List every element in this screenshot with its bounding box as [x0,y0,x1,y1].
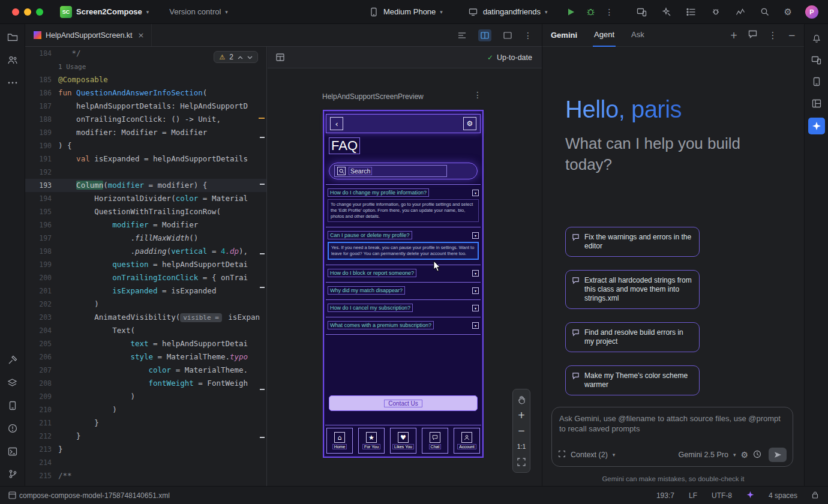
code-line[interactable]: 200 onTrailingIconClick = { onTrai [25,271,266,284]
code-line[interactable]: 209 ) [25,390,266,403]
panel-options-icon[interactable]: ⋮ [768,30,777,41]
line-number[interactable]: 213 [25,443,52,456]
expand-icon[interactable]: ▾ [472,322,479,329]
run-button[interactable] [566,7,577,17]
inspections-widget[interactable]: ⚠ 2 [214,51,258,63]
suggestion-card[interactable]: Make my Theme's color scheme warmer [565,365,700,395]
tab-ask[interactable]: Ask [630,24,646,47]
code-line[interactable]: 190) { [25,139,266,152]
editor-tab[interactable]: HelpAndSupportScreen.kt × [25,24,152,46]
maximize-window-button[interactable] [36,8,43,16]
code-line[interactable]: 189 modifier: Modifier = Modifier [25,126,266,139]
phone-preview-surface[interactable]: ‹ ⚙ FAQ Search How do I change my profil… [323,110,484,458]
code-line[interactable]: 211 } [25,416,266,430]
zoom-to-fit-icon[interactable] [513,454,530,470]
expand-icon[interactable]: ▾ [472,287,479,294]
vcs-selector[interactable]: Version control ▾ [169,7,228,16]
code-line[interactable]: 214 [25,456,266,469]
previous-issue-icon[interactable] [238,53,243,61]
line-number[interactable]: 198 [25,245,52,258]
next-issue-icon[interactable] [247,53,253,61]
code-line[interactable]: 196 modifier = Modifier [25,218,266,232]
code-line[interactable]: 205 text = helpAndSupportDetai [25,337,266,350]
close-tab-icon[interactable]: × [138,31,145,40]
line-number[interactable]: 195 [25,205,52,218]
code-line[interactable]: 186fun QuestionAndAnswerInfoSection( [25,86,266,100]
nav-item-account[interactable]: Account [454,428,480,454]
caret-position[interactable]: 193:7 [656,491,674,500]
todo-list-icon[interactable] [686,7,697,17]
faq-search-bar[interactable]: Search [329,163,478,179]
line-number[interactable]: 203 [25,311,52,324]
code-line[interactable]: 195 QuestionWithTrailingIconRow( [25,205,266,218]
device-manager-icon[interactable] [809,74,824,89]
people-collab-icon[interactable] [5,53,20,67]
pan-hand-icon[interactable] [513,392,530,407]
suggestion-card[interactable]: Fix the warnings and errors in the edito… [565,227,700,257]
faq-item[interactable]: What comes with a premium subscription?▾ [326,317,481,335]
gemini-rail-icon[interactable] [808,118,825,134]
code-line[interactable]: 197 .fillMaxWidth() [25,232,266,245]
split-view-button[interactable] [478,29,491,41]
code-line[interactable]: 203 AnimatedVisibility(visible = isExpan [25,311,266,324]
preview-menu-icon[interactable]: ⋮ [473,90,482,100]
expand-icon[interactable]: ▾ [472,232,479,239]
running-devices-rail-icon[interactable] [809,53,824,67]
code-line[interactable]: 204 Text( [25,324,266,337]
search-everywhere-icon[interactable] [760,7,770,17]
nav-item-home[interactable]: ⌂Home [326,428,353,454]
line-number[interactable]: 196 [25,218,52,232]
new-chat-icon[interactable]: + [730,30,738,41]
preview-grid-icon[interactable] [275,52,286,63]
line-number[interactable]: 209 [25,390,52,403]
line-number[interactable]: 192 [25,166,52,179]
design-view-button[interactable] [501,29,514,41]
faq-item[interactable]: Can I pause or delete my profile?▾Yes. I… [326,227,481,265]
faq-item[interactable]: How do I change my profile information?▾… [326,184,481,227]
suggestion-card[interactable]: Extract all hardcoded strings from this … [565,270,700,309]
code-line[interactable]: 185@Composable [25,73,266,86]
line-number[interactable]: 186 [25,86,52,100]
file-encoding[interactable]: UTF-8 [712,491,732,500]
layout-inspector-icon[interactable] [809,96,824,110]
nav-item-for-you[interactable]: ★For You [358,428,385,454]
code-line[interactable]: 198 .padding(vertical = 4.dp), [25,245,266,258]
line-number[interactable]: 206 [25,350,52,364]
code-line[interactable]: 207 color = MaterialTheme. [25,364,266,377]
user-avatar[interactable]: P [805,5,818,19]
zoom-out-icon[interactable]: − [513,423,530,439]
line-number[interactable]: 207 [25,364,52,377]
preview-name[interactable]: HelpAndSupportScreenPreview [322,92,424,101]
expand-icon[interactable]: ▾ [472,305,479,311]
code-line[interactable]: 193 Column(modifier = modifier) { [25,179,266,192]
problems-icon[interactable] [5,421,20,436]
settings-gear-icon[interactable]: ⚙ [463,117,476,130]
tab-agent[interactable]: Agent [593,24,616,47]
more-tools-icon[interactable] [5,76,20,90]
code-line[interactable]: 213} [25,443,266,456]
line-number[interactable]: 205 [25,337,52,350]
line-number[interactable]: 199 [25,258,52,271]
line-number[interactable]: 204 [25,324,52,337]
code-line[interactable]: 192 [25,166,266,179]
line-number[interactable]: 194 [25,192,52,205]
more-actions-icon[interactable]: ⋮ [605,7,614,17]
code-line[interactable]: 194 HorizontalDivider(color = Material [25,192,266,205]
build-variants-icon[interactable] [5,376,20,390]
settings-gear-icon[interactable]: ⚙ [784,7,792,17]
model-selector[interactable]: Gemini 2.5 Pro [679,451,728,459]
line-number[interactable]: 185 [25,73,52,86]
nav-item-chat[interactable]: Chat [422,428,448,454]
terminal-icon[interactable] [5,444,20,458]
line-number[interactable]: 215 [25,469,52,482]
history-icon[interactable] [753,450,761,460]
back-icon[interactable]: ‹ [330,117,343,130]
debug-button[interactable] [586,7,596,17]
build-hammer-icon[interactable] [5,353,20,367]
line-number[interactable]: 188 [25,113,52,126]
project-selector[interactable]: SC Screen2Compose ▾ [60,6,149,18]
code-editor[interactable]: 184 */1 Usage185@Composable186fun Questi… [25,47,267,486]
code-line[interactable]: 210 ) [25,403,266,416]
conversations-icon[interactable] [748,30,757,40]
line-number[interactable]: 189 [25,126,52,139]
